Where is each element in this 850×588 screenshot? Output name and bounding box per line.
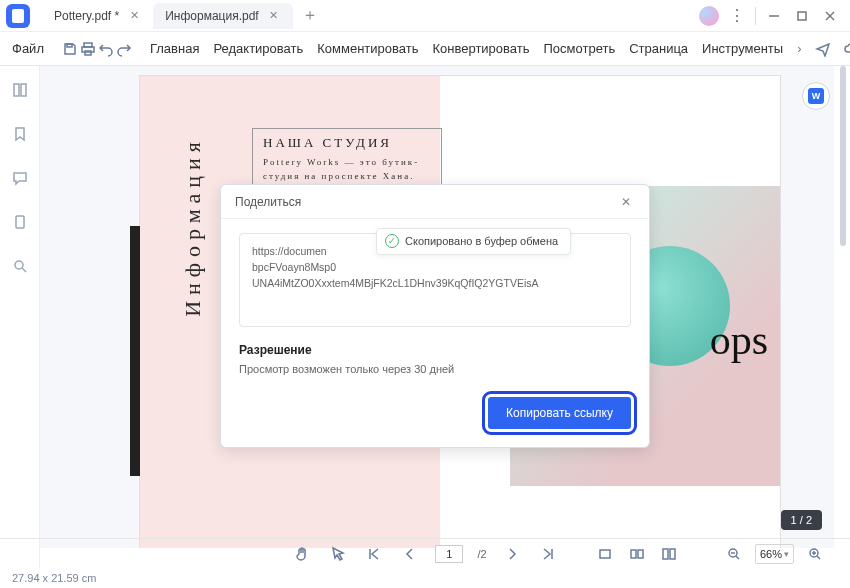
profile-icon [699,6,719,26]
prev-page-icon[interactable] [399,543,421,565]
studio-heading: НАША СТУДИЯ [263,135,431,151]
svg-rect-19 [631,550,636,558]
save-icon[interactable] [62,36,78,62]
profile-button[interactable] [695,3,723,29]
menu-tools[interactable]: Инструменты [696,41,789,56]
app-logo[interactable] [6,4,30,28]
undo-icon[interactable] [98,36,114,62]
close-icon[interactable]: ✕ [127,9,141,23]
last-page-icon[interactable] [537,543,559,565]
send-icon[interactable] [810,36,836,62]
menu-view[interactable]: Посмотреть [538,41,622,56]
left-sidebar [0,66,40,568]
title-bar: Pottery.pdf * ✕ Информация.pdf ✕ ＋ ⋮ [0,0,850,32]
window-maximize-button[interactable] [788,3,816,29]
tab-label: Информация.pdf [165,9,259,23]
svg-rect-7 [85,51,91,55]
decorative-bar [130,226,140,476]
vertical-scrollbar[interactable] [838,66,848,548]
zoom-level-select[interactable]: 66% ▾ [755,544,794,564]
read-mode-icon[interactable] [658,543,680,565]
svg-rect-15 [16,216,24,228]
page-total-label: /2 [477,548,486,560]
toast-text: Скопировано в буфер обмена [405,233,558,250]
dialog-close-button[interactable]: ✕ [617,193,635,211]
first-page-icon[interactable] [363,543,385,565]
menu-page[interactable]: Страница [623,41,694,56]
svg-rect-4 [67,44,72,47]
share-link-field[interactable]: https://documen bpcFVoayn8Msp0 UNA4iMtZO… [239,233,631,327]
menu-comment[interactable]: Комментировать [311,41,424,56]
svg-line-23 [736,556,739,559]
page-vertical-title: Информация [180,136,206,317]
svg-line-17 [22,268,26,272]
svg-rect-20 [638,550,643,558]
select-tool-icon[interactable] [327,543,349,565]
window-minimize-button[interactable] [760,3,788,29]
word-export-button[interactable]: W [802,82,830,110]
permission-description: Просмотр возможен только через 30 дней [239,363,631,375]
bottom-toolbar: /2 66% ▾ [0,538,850,568]
attachment-icon[interactable] [10,212,30,232]
dialog-title: Поделиться [235,195,301,209]
window-close-button[interactable] [816,3,844,29]
add-tab-button[interactable]: ＋ [299,5,321,27]
fit-page-icon[interactable] [626,543,648,565]
svg-rect-1 [798,12,806,20]
cloud-icon[interactable] [838,36,851,62]
menu-file[interactable]: Файл [6,41,50,56]
document-dimensions: 27.94 x 21.59 cm [12,572,96,584]
zoom-out-icon[interactable] [723,543,745,565]
zoom-value: 66% [760,548,782,560]
tab-label: Pottery.pdf * [54,9,119,23]
svg-rect-14 [21,84,26,96]
fit-width-icon[interactable] [594,543,616,565]
svg-rect-13 [14,84,19,96]
permission-heading: Разрешение [239,343,631,357]
zoom-in-icon[interactable] [804,543,826,565]
bookmark-icon[interactable] [10,124,30,144]
hand-tool-icon[interactable] [291,543,313,565]
share-dialog: Поделиться ✕ https://documen bpcFVoayn8M… [220,184,650,448]
page-number-input[interactable] [435,545,463,563]
svg-rect-18 [600,550,610,558]
print-icon[interactable] [80,36,96,62]
search-icon[interactable] [10,256,30,276]
workshops-text-fragment: ops [710,316,768,364]
menu-convert[interactable]: Конвертировать [426,41,535,56]
menu-edit[interactable]: Редактировать [207,41,309,56]
copied-toast: ✓ Скопировано в буфер обмена [376,228,571,255]
thumbnails-icon[interactable] [10,80,30,100]
word-icon: W [808,88,824,104]
menu-more-icon[interactable]: › [791,41,807,56]
tab-pottery[interactable]: Pottery.pdf * ✕ [42,3,153,29]
svg-line-27 [817,556,820,559]
page-indicator[interactable]: 1 / 2 [781,510,822,530]
menu-home[interactable]: Главная [144,41,205,56]
copy-link-button[interactable]: Копировать ссылку [488,397,631,429]
tab-information[interactable]: Информация.pdf ✕ [153,3,293,29]
redo-icon[interactable] [116,36,132,62]
check-icon: ✓ [385,234,399,248]
next-page-icon[interactable] [501,543,523,565]
status-bar: 27.94 x 21.59 cm [0,568,850,588]
menu-bar: Файл Главная Редактировать Комментироват… [0,32,850,66]
chevron-down-icon: ▾ [784,549,789,559]
scrollbar-thumb[interactable] [840,66,846,246]
svg-point-16 [15,261,23,269]
close-icon[interactable]: ✕ [267,9,281,23]
comment-icon[interactable] [10,168,30,188]
kebab-menu-button[interactable]: ⋮ [723,3,751,29]
